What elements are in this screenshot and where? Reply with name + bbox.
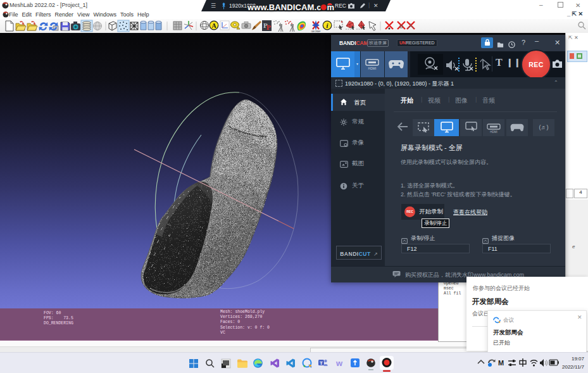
svg-text:w: w [335,358,343,368]
svg-text:HDMI: HDMI [490,130,497,134]
svg-text:i: i [327,22,328,29]
svg-text:HDMI: HDMI [368,66,377,70]
svg-text:M: M [498,359,504,367]
svg-text:P: P [266,23,271,31]
svg-text:T: T [320,360,323,366]
svg-text:A: A [211,22,216,29]
